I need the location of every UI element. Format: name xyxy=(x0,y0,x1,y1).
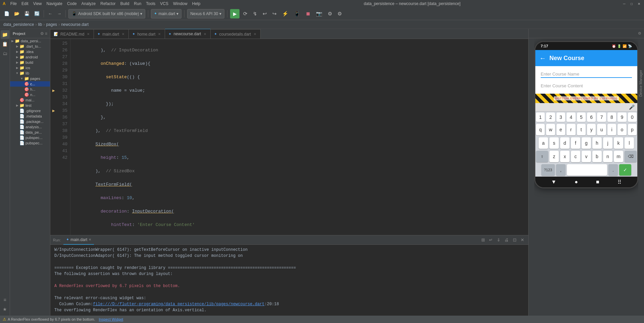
settings-button-1[interactable]: ⚙ xyxy=(326,9,334,18)
tree-packages[interactable]: 📄 .package... xyxy=(10,119,50,124)
panel-gear-icon[interactable]: ⚙ xyxy=(40,31,44,36)
settings-button-2[interactable]: ⚙ xyxy=(336,9,343,18)
tree-dart-tools[interactable]: ▶ 📁 .dart_to... xyxy=(10,44,50,49)
gear-settings-icon[interactable]: ⚙ xyxy=(638,31,641,36)
forward-button[interactable]: → xyxy=(56,9,63,18)
device-dropdown[interactable]: Nexus 6 API 30 ▾ xyxy=(187,9,224,18)
key-u[interactable]: u xyxy=(597,124,606,135)
reload-button[interactable]: ⟳ xyxy=(241,9,249,18)
key-b[interactable]: b xyxy=(592,151,602,162)
code-content[interactable]: ), // InputDecoration onChanged: (value)… xyxy=(70,39,528,235)
panel-collapse-icon[interactable]: ≡ xyxy=(45,31,47,36)
tree-lib[interactable]: ▼ 📁 lib xyxy=(10,71,50,76)
sidebar-resource-icon[interactable]: 🗂 xyxy=(1,49,9,58)
nav-back-icon[interactable]: ▼ xyxy=(551,179,556,185)
tab-main[interactable]: ✦ main.dart ✕ xyxy=(94,29,129,39)
sidebar-project-icon[interactable]: 📁 xyxy=(1,30,9,39)
menu-code[interactable]: Code xyxy=(65,0,79,7)
breadcrumb-item-1[interactable]: data_persistence xyxy=(3,22,34,27)
key-s[interactable]: s xyxy=(549,137,559,149)
key-q[interactable]: q xyxy=(536,124,545,135)
key-period[interactable]: . xyxy=(608,164,618,176)
menu-file[interactable]: File xyxy=(8,0,19,7)
tab-home-close[interactable]: ✕ xyxy=(157,32,161,36)
key-r[interactable]: r xyxy=(567,124,575,135)
tree-pubspec1[interactable]: 📄 pubspec... xyxy=(10,135,50,140)
wrap-icon[interactable]: ↵ xyxy=(488,237,494,243)
run-tab-main[interactable]: ✦ main.dart ✕ xyxy=(63,235,94,245)
menu-run[interactable]: Run xyxy=(132,0,143,7)
key-o[interactable]: o xyxy=(618,124,626,135)
key-m[interactable]: m xyxy=(614,151,623,162)
key-enter[interactable]: ✓ xyxy=(619,164,631,176)
tab-main-close[interactable]: ✕ xyxy=(121,32,125,36)
course-content-field[interactable]: Enter Course Content xyxy=(541,83,632,88)
tree-n[interactable]: 🎯 n... xyxy=(10,92,50,97)
menu-window[interactable]: Window xyxy=(171,0,190,7)
device-file-button[interactable]: 📱 xyxy=(292,9,302,18)
key-3[interactable]: 3 xyxy=(556,112,565,122)
menu-help[interactable]: Help xyxy=(190,0,203,7)
inspect-widget-link[interactable]: Inspect Widget xyxy=(99,317,123,321)
tab-readme[interactable]: 📝 README.md ✕ xyxy=(50,29,94,39)
key-9[interactable]: 9 xyxy=(618,112,626,122)
key-1[interactable]: 1 xyxy=(536,112,545,122)
console-output[interactable]: W/InputConnectionWrapper( 6147): getText… xyxy=(50,245,528,316)
key-shift[interactable]: ⇧ xyxy=(536,151,548,162)
key-2[interactable]: 2 xyxy=(546,112,555,122)
sdk-dropdown[interactable]: 📱 Android SDK built for x86 (mobile) ▾ xyxy=(68,9,145,18)
key-k[interactable]: k xyxy=(614,137,623,149)
key-w[interactable]: w xyxy=(546,124,555,135)
tree-android[interactable]: ▶ 📁 android xyxy=(10,54,50,60)
tab-newcourse[interactable]: ✦ newcourse.dart ✕ xyxy=(165,29,211,39)
menu-analyze[interactable]: Analyze xyxy=(79,0,98,7)
key-6[interactable]: 6 xyxy=(587,112,596,122)
minimize-button[interactable]: ─ xyxy=(622,1,627,6)
menu-refactor[interactable]: Refactor xyxy=(98,0,117,7)
run-button[interactable]: ▶ xyxy=(230,9,239,18)
nav-keyboard-icon[interactable]: ⠿ xyxy=(618,179,622,185)
tree-pages[interactable]: ▼ 📁 pages xyxy=(10,76,50,81)
key-g[interactable]: g xyxy=(582,137,591,149)
nav-home-icon[interactable]: ● xyxy=(575,179,578,185)
breadcrumb-item-3[interactable]: pages xyxy=(46,22,57,27)
tree-main[interactable]: 🎯 mai... xyxy=(10,97,50,103)
code-editor[interactable]: ▶ ▶ 25 26 27 28 29 30 31 32 xyxy=(50,39,528,235)
menu-edit[interactable]: Edit xyxy=(19,0,31,7)
tree-test[interactable]: ▶ 📁 test xyxy=(10,103,50,108)
course-name-field[interactable]: Enter Course Name xyxy=(541,72,632,78)
tree-analysis[interactable]: 📄 analysis... xyxy=(10,124,50,130)
tab-newcourse-close[interactable]: ✕ xyxy=(203,32,207,36)
key-7[interactable]: 7 xyxy=(597,112,606,122)
tree-pubspec2[interactable]: 📄 pubspec... xyxy=(10,140,50,146)
maximize-console-icon[interactable]: ⊡ xyxy=(512,237,518,243)
mic-icon[interactable]: 🎤 xyxy=(629,104,635,110)
lightning-button[interactable]: ⚡ xyxy=(280,9,290,18)
key-y[interactable]: y xyxy=(587,124,596,135)
key-l[interactable]: l xyxy=(625,137,634,149)
open-button[interactable]: 📂 xyxy=(13,9,21,18)
stop-button[interactable]: ⏹ xyxy=(304,9,312,18)
key-d[interactable]: d xyxy=(560,137,570,149)
step-into-button[interactable]: ↪ xyxy=(271,9,278,18)
sidebar-commits-icon[interactable]: 📋 xyxy=(1,40,9,48)
tab-home[interactable]: ✦ home.dart ✕ xyxy=(129,29,165,39)
menu-navigate[interactable]: Navigate xyxy=(45,0,64,7)
key-delete[interactable]: ⌫ xyxy=(625,151,637,162)
step-over-button[interactable]: ↩ xyxy=(261,9,269,18)
new-file-button[interactable]: 📄 xyxy=(3,9,11,18)
menu-tools[interactable]: Tools xyxy=(144,0,157,7)
key-a[interactable]: a xyxy=(539,137,548,149)
save-button[interactable]: 💾 xyxy=(23,9,31,18)
key-5[interactable]: 5 xyxy=(577,112,586,122)
breadcrumb-item-4[interactable]: newcourse.dart xyxy=(61,22,89,27)
key-space[interactable] xyxy=(567,164,607,176)
tree-root[interactable]: ▶ 📁 data_persi... xyxy=(10,38,50,44)
key-z[interactable]: z xyxy=(549,151,559,162)
error-file-link[interactable]: file:///D:/flutter-programing/data_persi… xyxy=(93,302,264,307)
tree-newcourse[interactable]: 🎯 c... xyxy=(10,81,50,87)
back-button[interactable]: ← xyxy=(47,9,54,18)
key-8[interactable]: 8 xyxy=(607,112,616,122)
tree-datape[interactable]: 📄 data_pe... xyxy=(10,130,50,135)
run-tab-close[interactable]: ✕ xyxy=(89,238,91,241)
